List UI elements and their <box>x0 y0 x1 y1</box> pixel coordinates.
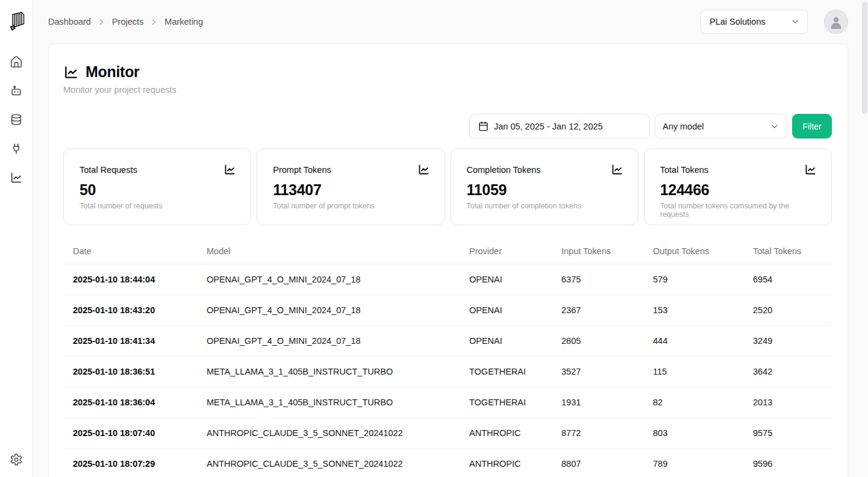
home-icon[interactable] <box>10 55 23 69</box>
chart-line-icon <box>611 163 623 176</box>
col-header-input-tokens: Input Tokens <box>552 240 643 264</box>
cell-date: 2025-01-10 18:41:34 <box>63 326 197 357</box>
stat-label: Completion Tokens <box>467 165 541 175</box>
app-logo[interactable] <box>5 10 27 35</box>
stat-description: Total number tokens comsumed by the requ… <box>660 202 817 219</box>
stat-label: Total Requests <box>80 165 137 175</box>
stat-description: Total number of completion tokens <box>467 202 623 210</box>
top-bar: Dashboard Projects Marketing PLai Soluti… <box>33 0 868 43</box>
cell-input-tokens: 8807 <box>552 449 643 477</box>
chart-line-icon <box>63 64 79 80</box>
user-avatar[interactable] <box>824 10 848 34</box>
cell-date: 2025-01-10 18:43:20 <box>63 295 197 326</box>
cell-provider: OPENAI <box>460 295 552 326</box>
org-selector-value: PLai Solutions <box>710 17 766 26</box>
chart-line-icon <box>804 163 817 176</box>
cell-date: 2025-01-10 18:44:04 <box>63 264 197 295</box>
cell-total-tokens: 3642 <box>743 357 832 387</box>
stat-card: Prompt Tokens 113407 Total number of pro… <box>257 148 445 225</box>
cell-total-tokens: 9575 <box>743 418 832 449</box>
cell-model: ANTHROPIC_CLAUDE_3_5_SONNET_20241022 <box>197 449 460 477</box>
cell-provider: TOGETHERAI <box>460 387 552 418</box>
cell-model: META_LLAMA_3_1_405B_INSTRUCT_TURBO <box>197 387 460 418</box>
org-selector[interactable]: PLai Solutions <box>701 10 808 34</box>
table-row: 2025-01-10 18:07:40 ANTHROPIC_CLAUDE_3_5… <box>63 418 832 449</box>
cell-total-tokens: 9596 <box>743 449 832 477</box>
chart-line-icon <box>223 163 236 176</box>
chevron-down-icon <box>790 17 800 26</box>
stat-label: Prompt Tokens <box>273 165 331 175</box>
stat-value: 113407 <box>273 181 429 199</box>
col-header-output-tokens: Output Tokens <box>643 240 743 264</box>
cell-provider: TOGETHERAI <box>460 357 552 387</box>
col-header-provider: Provider <box>460 240 552 264</box>
col-header-date: Date <box>63 240 197 264</box>
cell-provider: ANTHROPIC <box>460 449 552 477</box>
cell-total-tokens: 3249 <box>743 326 832 357</box>
date-range-picker[interactable]: Jan 05, 2025 - Jan 12, 2025 <box>469 114 650 139</box>
stat-card: Total Tokens 124466 Total number tokens … <box>644 148 832 225</box>
cell-model: OPENAI_GPT_4_O_MINI_2024_07_18 <box>197 264 460 295</box>
sidebar <box>0 0 33 477</box>
stat-value: 11059 <box>467 181 623 199</box>
cell-date: 2025-01-10 18:36:51 <box>63 357 197 387</box>
cell-date: 2025-01-10 18:07:40 <box>63 418 197 449</box>
cell-total-tokens: 2013 <box>743 387 832 418</box>
cell-input-tokens: 2367 <box>552 295 643 326</box>
col-header-model: Model <box>197 240 460 264</box>
model-select-value: Any model <box>663 122 704 131</box>
cell-provider: OPENAI <box>460 264 552 295</box>
bot-icon[interactable] <box>10 84 23 98</box>
cell-output-tokens: 153 <box>643 295 743 326</box>
page-subtitle: Monitor your project requests <box>63 85 832 95</box>
cell-output-tokens: 579 <box>643 264 743 295</box>
cell-total-tokens: 2520 <box>743 295 832 326</box>
cell-input-tokens: 8772 <box>552 418 643 449</box>
table-row: 2025-01-10 18:36:04 META_LLAMA_3_1_405B_… <box>63 387 832 418</box>
stats-grid: Total Requests 50 Total number of reques… <box>63 148 832 225</box>
vertical-scrollbar[interactable] <box>862 2 867 114</box>
breadcrumb-projects[interactable]: Projects <box>112 17 143 26</box>
breadcrumb-marketing: Marketing <box>164 17 203 26</box>
chevron-right-icon <box>97 17 106 26</box>
plug-icon[interactable] <box>10 142 23 155</box>
cell-input-tokens: 1931 <box>552 387 643 418</box>
database-icon[interactable] <box>10 113 23 126</box>
table-row: 2025-01-10 18:43:20 OPENAI_GPT_4_O_MINI_… <box>63 295 832 326</box>
model-select[interactable]: Any model <box>655 114 787 139</box>
cell-model: OPENAI_GPT_4_O_MINI_2024_07_18 <box>197 326 460 357</box>
cell-output-tokens: 789 <box>643 449 743 477</box>
filter-bar: Jan 05, 2025 - Jan 12, 2025 Any model Fi… <box>63 114 832 139</box>
stat-value: 124466 <box>660 181 817 199</box>
cell-model: META_LLAMA_3_1_405B_INSTRUCT_TURBO <box>197 357 460 387</box>
monitor-chart-icon[interactable] <box>10 171 23 184</box>
table-row: 2025-01-10 18:07:29 ANTHROPIC_CLAUDE_3_5… <box>63 449 832 477</box>
table-row: 2025-01-10 18:44:04 OPENAI_GPT_4_O_MINI_… <box>63 264 832 295</box>
cell-output-tokens: 444 <box>643 326 743 357</box>
monitor-panel: Monitor Monitor your project requests Ja… <box>48 43 848 477</box>
chevron-right-icon <box>149 17 158 26</box>
settings-gear-icon[interactable] <box>10 453 23 466</box>
stat-description: Total number of requests <box>80 202 236 210</box>
calendar-icon <box>478 121 489 131</box>
stat-card: Total Requests 50 Total number of reques… <box>63 148 251 225</box>
person-icon <box>828 14 844 30</box>
stat-card: Completion Tokens 11059 Total number of … <box>451 148 639 225</box>
cell-date: 2025-01-10 18:07:29 <box>63 449 197 477</box>
cell-provider: OPENAI <box>460 326 552 357</box>
cell-input-tokens: 6375 <box>552 264 643 295</box>
cell-output-tokens: 803 <box>643 418 743 449</box>
filter-button[interactable]: Filter <box>792 114 832 139</box>
chevron-down-icon <box>770 122 779 131</box>
breadcrumb: Dashboard Projects Marketing <box>48 17 203 26</box>
cell-total-tokens: 6954 <box>743 264 832 295</box>
cell-provider: ANTHROPIC <box>460 418 552 449</box>
stat-label: Total Tokens <box>660 165 708 175</box>
stat-value: 50 <box>80 181 236 199</box>
cell-date: 2025-01-10 18:36:04 <box>63 387 197 418</box>
cell-model: ANTHROPIC_CLAUDE_3_5_SONNET_20241022 <box>197 418 460 449</box>
breadcrumb-dashboard[interactable]: Dashboard <box>48 17 91 26</box>
chart-line-icon <box>417 163 430 176</box>
cell-input-tokens: 2805 <box>552 326 643 357</box>
stat-description: Total number of prompt tokens <box>273 202 429 210</box>
